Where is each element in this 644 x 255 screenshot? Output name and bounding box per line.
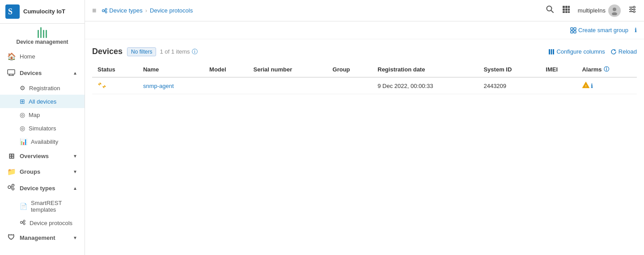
create-smart-group-button[interactable]: Create smart group xyxy=(567,25,632,35)
availability-icon: 📊 xyxy=(20,138,27,145)
sidebar-item-groups[interactable]: 📁 Groups ▼ xyxy=(0,164,85,180)
device-types-icon xyxy=(7,183,15,193)
sidebar-item-label-management: Management xyxy=(20,234,55,241)
svg-rect-29 xyxy=(563,11,565,13)
svg-rect-41 xyxy=(574,28,576,30)
cell-status xyxy=(92,77,138,94)
topbar: ≡ Device types › Device protocols xyxy=(85,0,644,21)
sidebar-nav: 🏠 Home Devices ▲ ⚙ Registration ⊞ All de… xyxy=(0,49,85,245)
sidebar-item-availability[interactable]: 📊 Availability xyxy=(0,135,85,148)
configure-columns-button[interactable]: Configure columns xyxy=(548,46,605,57)
breadcrumb-device-types[interactable]: Device types xyxy=(109,7,142,14)
table-row: snmp-agent 9 xyxy=(92,77,637,94)
svg-rect-25 xyxy=(568,6,570,8)
search-icon[interactable] xyxy=(546,5,555,16)
sidebar-item-smartrest[interactable]: 📄 SmartREST templates xyxy=(0,196,85,216)
user-menu[interactable]: multipleIns xyxy=(578,4,621,17)
th-name: Name xyxy=(138,62,204,77)
sidebar-item-map[interactable]: ◎ Map xyxy=(0,108,85,121)
cell-group xyxy=(327,77,373,94)
alarm-warning-indicator[interactable]: ! ℹ xyxy=(582,81,593,90)
breadcrumb-separator: › xyxy=(145,7,147,14)
device-mgmt-icon-area xyxy=(0,24,85,39)
sidebar-header: S Cumulocity IoT xyxy=(0,0,85,24)
devices-actions: Configure columns Reload xyxy=(548,46,637,57)
svg-rect-31 xyxy=(568,11,570,13)
chevron-up-icon: ▲ xyxy=(73,71,77,75)
smart-group-info-icon[interactable]: ℹ xyxy=(635,27,637,33)
map-icon: ◎ xyxy=(20,111,25,118)
main-content: ≡ Device types › Device protocols xyxy=(85,0,644,255)
overviews-icon: ⊞ xyxy=(7,152,15,160)
svg-rect-26 xyxy=(563,8,565,11)
svg-rect-43 xyxy=(574,31,576,33)
svg-rect-40 xyxy=(571,28,573,30)
svg-point-18 xyxy=(106,11,107,13)
smart-group-icon xyxy=(570,27,576,33)
svg-point-39 xyxy=(633,11,635,13)
status-arrows-icon xyxy=(97,82,106,88)
alarms-info-icon[interactable]: ⓘ xyxy=(604,66,609,73)
alarm-info-icon: ℹ xyxy=(591,83,593,89)
sidebar-item-device-types[interactable]: Device types ▲ xyxy=(0,180,85,196)
th-model: Model xyxy=(204,62,248,77)
svg-rect-30 xyxy=(565,11,568,13)
configure-columns-icon xyxy=(548,49,555,55)
svg-rect-2 xyxy=(8,70,15,74)
breadcrumb-device-types-icon xyxy=(102,8,108,14)
devices-icon xyxy=(7,68,15,78)
sidebar-item-simulators[interactable]: ◎ Simulators xyxy=(0,121,85,135)
page-title: Devices xyxy=(92,47,123,56)
cell-imei xyxy=(540,77,576,94)
registration-icon: ⚙ xyxy=(20,84,25,92)
sidebar-item-label-registration: Registration xyxy=(29,85,60,92)
sidebar-item-label-simulators: Simulators xyxy=(29,125,56,132)
settings-list-icon[interactable] xyxy=(628,5,637,16)
sidebar-item-device-protocols[interactable]: Device protocols xyxy=(0,216,85,230)
device-protocols-icon xyxy=(20,219,26,227)
svg-point-12 xyxy=(23,220,25,222)
sidebar-item-label-all-devices: All devices xyxy=(29,98,56,105)
simulators-icon: ◎ xyxy=(20,125,25,132)
sidebar-item-label-devices: Devices xyxy=(20,70,42,76)
th-serial: Serial number xyxy=(248,62,327,77)
cell-model xyxy=(204,77,248,94)
reload-button[interactable]: Reload xyxy=(610,46,637,57)
svg-line-22 xyxy=(551,10,553,13)
no-filters-badge[interactable]: No filters xyxy=(127,47,156,56)
sidebar-item-all-devices[interactable]: ⊞ All devices xyxy=(0,95,85,108)
sidebar-item-registration[interactable]: ⚙ Registration xyxy=(0,81,85,95)
cell-alarms: ! ℹ xyxy=(576,77,637,94)
sidebar-item-management[interactable]: 🛡 Management ▼ xyxy=(0,230,85,245)
reload-label: Reload xyxy=(619,48,637,55)
items-info-icon[interactable]: ⓘ xyxy=(192,48,198,56)
svg-point-32 xyxy=(613,8,616,11)
topbar-right: multipleIns xyxy=(546,4,637,17)
svg-rect-45 xyxy=(551,49,552,54)
smart-group-bar: Create smart group ℹ xyxy=(85,21,644,39)
table-header: Status Name Model Serial number xyxy=(92,62,637,77)
th-imei: IMEI xyxy=(540,62,576,77)
breadcrumb-current: Device protocols xyxy=(150,7,193,14)
apps-grid-icon[interactable] xyxy=(562,5,571,16)
reload-icon xyxy=(610,49,617,55)
sidebar-item-devices[interactable]: Devices ▲ xyxy=(0,64,85,81)
antenna-stick-4 xyxy=(46,30,47,38)
topbar-left: ≡ Device types › Device protocols xyxy=(92,7,193,15)
hamburger-icon[interactable]: ≡ xyxy=(92,7,96,15)
sidebar-item-overviews[interactable]: ⊞ Overviews ▼ xyxy=(0,148,85,164)
content-area: Create smart group ℹ Devices No filters … xyxy=(85,21,644,255)
svg-rect-24 xyxy=(565,6,568,8)
th-alarms: Alarms ⓘ xyxy=(576,62,637,77)
svg-point-13 xyxy=(23,223,25,225)
sidebar-item-home[interactable]: 🏠 Home xyxy=(0,49,85,64)
smartrest-icon: 📄 xyxy=(20,203,27,210)
chevron-down-icon-management: ▼ xyxy=(73,235,77,240)
configure-columns-label: Configure columns xyxy=(556,48,605,55)
device-name-link[interactable]: snmp-agent xyxy=(143,83,174,89)
svg-rect-42 xyxy=(571,31,573,33)
th-system-id: System ID xyxy=(478,62,540,77)
all-devices-icon: ⊞ xyxy=(20,98,25,105)
groups-icon: 📁 xyxy=(7,167,15,176)
sidebar: S Cumulocity IoT Device management 🏠 Hom… xyxy=(0,0,85,255)
